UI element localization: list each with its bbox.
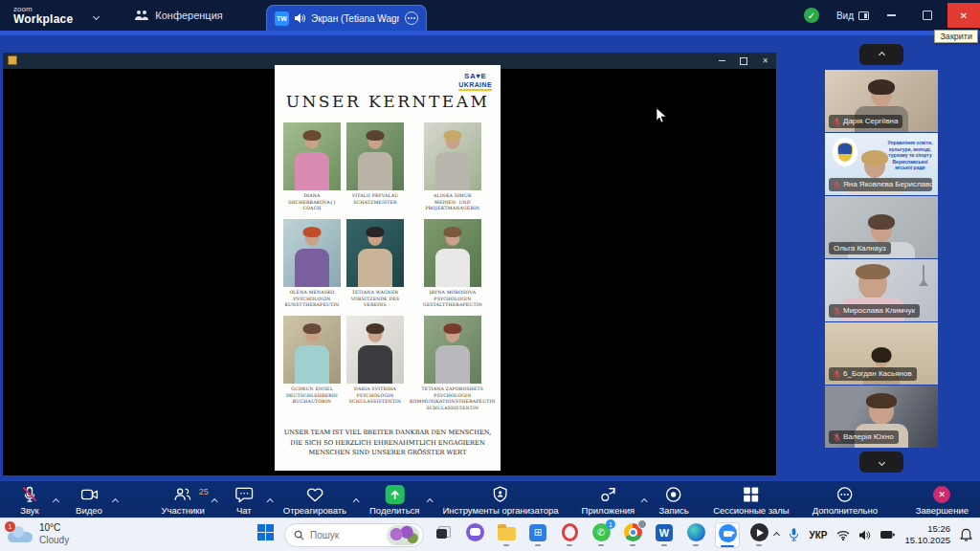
shield-icon	[491, 485, 510, 504]
chat-button[interactable]: Чат	[228, 484, 260, 516]
audio-options-chevron[interactable]	[54, 491, 58, 508]
audio-button[interactable]: Звук	[13, 484, 46, 516]
security-shield-icon[interactable]: ✓	[804, 8, 819, 23]
tab-conference-label: Конференция	[155, 10, 222, 21]
language-indicator[interactable]: УКР	[809, 530, 827, 540]
more-button[interactable]: Дополнительно	[813, 484, 878, 516]
apps-label: Приложения	[582, 505, 635, 516]
audio-label: Звук	[20, 505, 38, 516]
close-button[interactable]	[947, 3, 980, 28]
participant-name-tag: 6_Богдан Касьянов	[829, 367, 917, 381]
tab-screen-label: Экран (Tetiana Wagner)	[311, 13, 399, 24]
zoom-app-button[interactable]	[715, 522, 740, 548]
participants-button[interactable]: 25 Участники	[161, 484, 204, 516]
weather-condition: Cloudy	[39, 535, 69, 547]
share-options-chevron[interactable]	[428, 491, 433, 508]
edge-button[interactable]	[683, 522, 708, 548]
start-button[interactable]	[253, 522, 278, 548]
record-label: Запись	[659, 505, 689, 516]
record-icon	[664, 485, 683, 504]
participants-label: Участники	[161, 505, 204, 516]
word-button[interactable]: W	[652, 522, 677, 548]
video-label: Видео	[76, 505, 102, 516]
media-player-button[interactable]	[746, 522, 771, 548]
clock[interactable]: 15:26 15.10.2025	[904, 523, 950, 547]
apps-icon	[598, 485, 617, 504]
view-button[interactable]: Вид	[836, 11, 869, 21]
file-explorer-button[interactable]	[494, 522, 519, 548]
participant-video[interactable]: Мирослава Климчук	[825, 259, 938, 321]
participant-video[interactable]: 6_Богдан Касьянов	[825, 322, 938, 385]
chevron-down-icon[interactable]	[93, 12, 100, 19]
taskbar-search[interactable]	[284, 523, 424, 547]
participant-video[interactable]: Ольга Калнауз	[825, 196, 938, 258]
tab-screen-share[interactable]: TW Экран (Tetiana Wagner)	[266, 5, 427, 31]
speaker-icon[interactable]	[859, 530, 871, 540]
video-options-chevron[interactable]	[113, 491, 118, 508]
apps-options-chevron[interactable]	[642, 491, 647, 508]
zoom-workplace-logo: zoom Workplace	[13, 6, 73, 25]
search-input[interactable]	[310, 530, 381, 540]
chrome-badge	[637, 519, 647, 529]
host-tools-button[interactable]: Инструменты организатора	[443, 484, 559, 516]
share-label: Поделиться	[369, 505, 419, 516]
end-label: Завершение	[916, 505, 969, 516]
react-button[interactable]: Отреагировать	[283, 484, 346, 516]
participants-options-chevron[interactable]	[212, 491, 217, 508]
microsoft-store-button[interactable]: ⊞	[525, 522, 550, 548]
opera-icon	[562, 523, 578, 541]
weather-widget[interactable]: 1 10°C Cloudy	[8, 522, 69, 546]
participant-video[interactable]: Валерія Юхно	[825, 386, 938, 448]
apps-button[interactable]: Приложения	[582, 484, 635, 516]
shared-minimize-button[interactable]	[719, 60, 725, 61]
camera-icon	[79, 485, 100, 504]
teams-chat-icon	[466, 523, 484, 541]
wifi-icon[interactable]	[836, 530, 850, 540]
muted-mic-icon	[834, 118, 840, 126]
word-icon: W	[656, 524, 673, 541]
teams-chat-button[interactable]	[462, 522, 487, 548]
participant-name-tag: Валерія Юхно	[829, 430, 899, 444]
windows-logo-icon	[257, 524, 274, 540]
team-member: DIANA SHCHERBAKOVA{}COACH	[283, 122, 341, 212]
shared-close-button[interactable]: ✕	[762, 56, 768, 65]
battery-icon[interactable]	[880, 530, 895, 540]
notifications-bell-icon[interactable]	[960, 528, 972, 541]
wallpaper-print	[923, 265, 924, 286]
shared-restore-button[interactable]	[740, 57, 747, 65]
video-button[interactable]: Видео	[73, 484, 105, 516]
react-options-chevron[interactable]	[354, 491, 359, 508]
scroll-down-button[interactable]	[859, 452, 903, 473]
end-x-icon: ✕	[933, 486, 950, 503]
team-photo	[346, 122, 404, 190]
accent-strip	[0, 31, 980, 35]
team-photo	[346, 219, 404, 287]
tray-chevron-up-icon[interactable]	[773, 531, 780, 538]
speaker-icon	[295, 13, 305, 23]
folder-icon	[498, 527, 516, 540]
participant-video[interactable]: Управління освіти, культури, молоді, тур…	[825, 133, 938, 195]
breakout-rooms-button[interactable]: Сессионные залы	[713, 484, 790, 516]
tab-options-icon[interactable]	[405, 11, 418, 25]
task-view-button[interactable]	[431, 522, 456, 548]
logo-line2: UKRAINE	[458, 81, 492, 89]
record-button[interactable]: Запись	[657, 484, 690, 516]
whatsapp-button[interactable]: 1 ✆	[589, 522, 613, 548]
participant-video[interactable]: Дарія Сергіївна	[825, 70, 938, 132]
chat-label: Чат	[236, 505, 252, 516]
scroll-up-button[interactable]	[859, 44, 903, 65]
mic-in-use-icon[interactable]	[789, 528, 799, 541]
share-button[interactable]: Поделиться	[369, 484, 419, 516]
team-photo	[283, 316, 341, 384]
end-meeting-button[interactable]: ✕ Завершение	[916, 484, 969, 516]
chrome-button[interactable]	[620, 522, 645, 548]
tab-conference[interactable]: Конференция	[135, 10, 222, 21]
minimize-button[interactable]	[877, 3, 905, 28]
opera-button[interactable]	[557, 522, 582, 548]
save-ukraine-logo: SA♥E UKRAINE	[458, 73, 492, 91]
heart-icon	[304, 485, 324, 504]
chat-options-chevron[interactable]	[268, 491, 273, 508]
muted-mic-icon	[20, 485, 39, 504]
restore-button[interactable]	[913, 3, 942, 28]
more-label: Дополнительно	[813, 505, 878, 516]
